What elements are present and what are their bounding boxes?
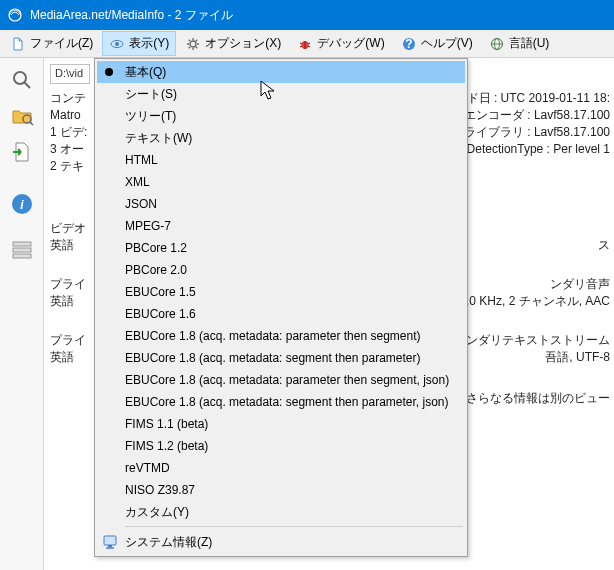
app-icon	[6, 6, 24, 24]
svg-rect-30	[13, 248, 31, 252]
file-icon	[10, 36, 26, 52]
bg-row: プライ	[50, 276, 86, 293]
bg-row: プライ	[50, 332, 86, 349]
menu-file[interactable]: ファイル(Z)	[3, 31, 100, 56]
globe-icon	[489, 36, 505, 52]
dropdown-item-json[interactable]: JSON	[97, 193, 465, 215]
tool-spacer2	[6, 224, 38, 230]
svg-text:?: ?	[405, 37, 412, 51]
menu-options[interactable]: オプション(X)	[178, 31, 288, 56]
dropdown-item-ebu15[interactable]: EBUCore 1.5	[97, 281, 465, 303]
svg-line-26	[30, 122, 33, 125]
svg-line-17	[308, 46, 310, 47]
sidebar: i	[0, 58, 44, 570]
svg-rect-29	[13, 242, 31, 246]
svg-line-16	[300, 46, 302, 47]
menu-lang-label: 言語(U)	[509, 35, 550, 52]
view-dropdown: 基本(Q) シート(S) ツリー(T) テキスト(W) HTML XML JSO…	[94, 58, 468, 557]
svg-line-9	[196, 46, 197, 47]
bg-row: 2 テキ	[50, 158, 87, 175]
dropdown-item-ebu18a[interactable]: EBUCore 1.8 (acq. metadata: parameter th…	[97, 325, 465, 347]
tool-list[interactable]	[6, 234, 38, 266]
path-input[interactable]: D:\vid	[50, 64, 90, 84]
menu-options-label: オプション(X)	[205, 35, 281, 52]
svg-rect-32	[104, 536, 116, 545]
folder-icon	[10, 104, 34, 128]
menu-help-label: ヘルプ(V)	[421, 35, 473, 52]
tool-spacer1	[6, 172, 38, 184]
dropdown-item-sheet[interactable]: シート(S)	[97, 83, 465, 105]
menu-debug[interactable]: デバッグ(W)	[290, 31, 391, 56]
bg-right-row: 吾語, UTF-8	[545, 349, 610, 366]
title-bar: MediaArea.net/MediaInfo - 2 ファイル	[0, 0, 614, 30]
dropdown-item-niso[interactable]: NISO Z39.87	[97, 479, 465, 501]
tool-search[interactable]	[6, 64, 38, 96]
gear-icon	[185, 36, 201, 52]
tool-export[interactable]	[6, 136, 38, 168]
dropdown-item-ebu18d[interactable]: EBUCore 1.8 (acq. metadata: segment then…	[97, 391, 465, 413]
bg-row: 3 オー	[50, 141, 87, 158]
dropdown-sysinfo-label: システム情報(Z)	[125, 534, 212, 551]
menu-view-label: 表示(Y)	[129, 35, 169, 52]
search-icon	[10, 68, 34, 92]
svg-point-0	[9, 9, 21, 21]
dropdown-item-fims11[interactable]: FIMS 1.1 (beta)	[97, 413, 465, 435]
dropdown-item-html[interactable]: HTML	[97, 149, 465, 171]
dropdown-item-text[interactable]: テキスト(W)	[97, 127, 465, 149]
window-title: MediaArea.net/MediaInfo - 2 ファイル	[30, 7, 233, 24]
menu-file-label: ファイル(Z)	[30, 35, 93, 52]
dropdown-item-revtmd[interactable]: reVTMD	[97, 457, 465, 479]
menu-view[interactable]: 表示(Y)	[102, 31, 176, 56]
bg-row: 1 ビデ:	[50, 124, 87, 141]
svg-rect-31	[13, 254, 31, 258]
list-icon	[10, 238, 34, 262]
svg-line-11	[196, 39, 197, 40]
svg-line-14	[300, 43, 302, 44]
bg-row: Matro	[50, 107, 87, 124]
dropdown-item-sysinfo[interactable]: システム情報(Z)	[97, 530, 465, 554]
bg-right-row: ンダリテキストストリーム	[466, 332, 610, 349]
dropdown-item-mpeg7[interactable]: MPEG-7	[97, 215, 465, 237]
svg-line-10	[189, 46, 190, 47]
svg-line-15	[308, 43, 310, 44]
dropdown-item-ebu18c[interactable]: EBUCore 1.8 (acq. metadata: parameter th…	[97, 369, 465, 391]
bg-row: ビデオ	[50, 220, 86, 237]
eye-icon	[109, 36, 125, 52]
dropdown-separator	[125, 526, 463, 527]
bg-right-row: ード日 : UTC 2019-01-11 18:	[455, 90, 610, 107]
svg-point-2	[115, 42, 119, 46]
svg-point-3	[190, 41, 196, 47]
bg-right-row: ンダリ音声	[550, 276, 610, 293]
dropdown-item-fims12[interactable]: FIMS 1.2 (beta)	[97, 435, 465, 457]
bg-row: 英語	[50, 293, 86, 310]
dropdown-item-ebu18b[interactable]: EBUCore 1.8 (acq. metadata: segment then…	[97, 347, 465, 369]
menu-bar: ファイル(Z) 表示(Y) オプション(X) デバッグ(W) ? ヘルプ(V) …	[0, 30, 614, 58]
tool-folder[interactable]	[6, 100, 38, 132]
tool-info[interactable]: i	[6, 188, 38, 220]
bg-row: コンテ	[50, 90, 87, 107]
bg-right-row: ス	[598, 237, 610, 254]
menu-help[interactable]: ? ヘルプ(V)	[394, 31, 480, 56]
dropdown-item-ebu16[interactable]: EBUCore 1.6	[97, 303, 465, 325]
menu-debug-label: デバッグ(W)	[317, 35, 384, 52]
export-icon	[10, 140, 34, 164]
dropdown-item-pbcore20[interactable]: PBCore 2.0	[97, 259, 465, 281]
dropdown-item-tree[interactable]: ツリー(T)	[97, 105, 465, 127]
bg-row: 英語	[50, 237, 86, 254]
svg-point-23	[14, 72, 26, 84]
dropdown-item-pbcore12[interactable]: PBCore 1.2	[97, 237, 465, 259]
info-icon: i	[10, 192, 34, 216]
bug-icon	[297, 36, 313, 52]
svg-line-8	[189, 39, 190, 40]
help-icon: ?	[401, 36, 417, 52]
svg-rect-33	[108, 545, 112, 547]
bg-row: 英語	[50, 349, 86, 366]
dropdown-item-custom[interactable]: カスタム(Y)	[97, 501, 465, 523]
bg-right-row: DetectionType : Per level 1	[467, 141, 610, 158]
dropdown-item-basic[interactable]: 基本(Q)	[97, 61, 465, 83]
monitor-icon	[101, 533, 119, 551]
dropdown-item-xml[interactable]: XML	[97, 171, 465, 193]
svg-line-24	[24, 83, 30, 89]
menu-lang[interactable]: 言語(U)	[482, 31, 557, 56]
